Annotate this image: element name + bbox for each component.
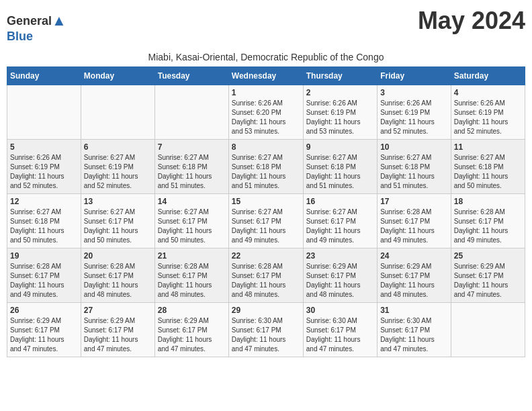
calendar-cell [81, 85, 154, 140]
header: General ▲ Blue May 2024 [7, 7, 525, 49]
day-number: 21 [158, 251, 226, 261]
day-number: 13 [84, 197, 152, 206]
day-info: Sunrise: 6:30 AM Sunset: 6:17 PM Dayligh… [232, 316, 300, 354]
day-number: 7 [158, 142, 226, 152]
weekday-header-friday: Friday [378, 67, 451, 85]
day-info: Sunrise: 6:27 AM Sunset: 6:18 PM Dayligh… [454, 153, 522, 191]
week-row-2: 12Sunrise: 6:27 AM Sunset: 6:18 PM Dayli… [7, 194, 525, 248]
calendar-cell: 31Sunrise: 6:30 AM Sunset: 6:17 PM Dayli… [378, 303, 451, 357]
day-number: 8 [232, 142, 300, 152]
calendar-cell: 26Sunrise: 6:29 AM Sunset: 6:17 PM Dayli… [7, 303, 81, 357]
calendar-cell [154, 85, 228, 140]
day-number: 30 [306, 306, 374, 315]
day-number: 19 [10, 251, 78, 261]
day-info: Sunrise: 6:27 AM Sunset: 6:18 PM Dayligh… [10, 208, 78, 245]
day-info: Sunrise: 6:29 AM Sunset: 6:17 PM Dayligh… [10, 316, 78, 354]
calendar-cell: 2Sunrise: 6:26 AM Sunset: 6:19 PM Daylig… [303, 85, 377, 140]
weekday-header-thursday: Thursday [303, 67, 377, 85]
day-info: Sunrise: 6:28 AM Sunset: 6:17 PM Dayligh… [10, 262, 78, 300]
day-info: Sunrise: 6:27 AM Sunset: 6:17 PM Dayligh… [232, 208, 300, 245]
calendar-cell: 28Sunrise: 6:29 AM Sunset: 6:17 PM Dayli… [154, 303, 228, 357]
day-number: 24 [380, 251, 448, 261]
day-number: 23 [306, 251, 374, 261]
calendar-cell: 19Sunrise: 6:28 AM Sunset: 6:17 PM Dayli… [7, 248, 81, 303]
week-row-0: 1Sunrise: 6:26 AM Sunset: 6:20 PM Daylig… [7, 85, 525, 140]
calendar-cell: 11Sunrise: 6:27 AM Sunset: 6:18 PM Dayli… [451, 140, 525, 194]
calendar-cell: 15Sunrise: 6:27 AM Sunset: 6:17 PM Dayli… [228, 194, 303, 248]
day-info: Sunrise: 6:30 AM Sunset: 6:17 PM Dayligh… [306, 316, 374, 354]
calendar-table: SundayMondayTuesdayWednesdayThursdayFrid… [7, 66, 525, 357]
calendar-cell: 6Sunrise: 6:27 AM Sunset: 6:19 PM Daylig… [81, 140, 154, 194]
logo: General ▲ Blue [7, 7, 66, 49]
calendar-cell: 9Sunrise: 6:27 AM Sunset: 6:18 PM Daylig… [303, 140, 377, 194]
calendar-cell: 30Sunrise: 6:30 AM Sunset: 6:17 PM Dayli… [303, 303, 377, 357]
calendar-body: 1Sunrise: 6:26 AM Sunset: 6:20 PM Daylig… [7, 85, 525, 357]
day-info: Sunrise: 6:29 AM Sunset: 6:17 PM Dayligh… [158, 316, 226, 354]
day-number: 4 [454, 88, 522, 97]
logo-bird-icon: ▲ [52, 12, 66, 30]
day-number: 12 [10, 197, 78, 206]
month-title: May 2024 [418, 7, 525, 35]
week-row-1: 5Sunrise: 6:26 AM Sunset: 6:19 PM Daylig… [7, 140, 525, 194]
day-number: 31 [380, 306, 448, 315]
calendar-cell: 14Sunrise: 6:27 AM Sunset: 6:17 PM Dayli… [154, 194, 228, 248]
calendar-cell: 21Sunrise: 6:28 AM Sunset: 6:17 PM Dayli… [154, 248, 228, 303]
calendar-cell: 16Sunrise: 6:27 AM Sunset: 6:17 PM Dayli… [303, 194, 377, 248]
calendar-cell: 17Sunrise: 6:28 AM Sunset: 6:17 PM Dayli… [378, 194, 451, 248]
day-number: 29 [232, 306, 300, 315]
weekday-header-row: SundayMondayTuesdayWednesdayThursdayFrid… [7, 67, 525, 85]
calendar-cell: 4Sunrise: 6:26 AM Sunset: 6:19 PM Daylig… [451, 85, 525, 140]
day-number: 2 [306, 88, 374, 97]
calendar-cell: 12Sunrise: 6:27 AM Sunset: 6:18 PM Dayli… [7, 194, 81, 248]
day-number: 25 [454, 251, 522, 261]
day-info: Sunrise: 6:26 AM Sunset: 6:19 PM Dayligh… [380, 99, 448, 136]
day-number: 15 [232, 197, 300, 206]
weekday-header-tuesday: Tuesday [154, 67, 228, 85]
day-number: 17 [380, 197, 448, 206]
day-info: Sunrise: 6:27 AM Sunset: 6:17 PM Dayligh… [84, 208, 152, 245]
day-info: Sunrise: 6:26 AM Sunset: 6:19 PM Dayligh… [454, 99, 522, 136]
calendar-cell [7, 85, 81, 140]
day-number: 16 [306, 197, 374, 206]
day-info: Sunrise: 6:28 AM Sunset: 6:17 PM Dayligh… [232, 262, 300, 300]
day-info: Sunrise: 6:26 AM Sunset: 6:19 PM Dayligh… [10, 153, 78, 191]
day-number: 5 [10, 142, 78, 152]
weekday-header-wednesday: Wednesday [228, 67, 303, 85]
day-number: 26 [10, 306, 78, 315]
week-row-3: 19Sunrise: 6:28 AM Sunset: 6:17 PM Dayli… [7, 248, 525, 303]
calendar-cell: 24Sunrise: 6:29 AM Sunset: 6:17 PM Dayli… [378, 248, 451, 303]
week-row-4: 26Sunrise: 6:29 AM Sunset: 6:17 PM Dayli… [7, 303, 525, 357]
day-info: Sunrise: 6:30 AM Sunset: 6:17 PM Dayligh… [380, 316, 448, 354]
day-info: Sunrise: 6:27 AM Sunset: 6:19 PM Dayligh… [84, 153, 152, 191]
day-info: Sunrise: 6:27 AM Sunset: 6:17 PM Dayligh… [158, 208, 226, 245]
calendar-cell: 13Sunrise: 6:27 AM Sunset: 6:17 PM Dayli… [81, 194, 154, 248]
day-info: Sunrise: 6:27 AM Sunset: 6:18 PM Dayligh… [306, 153, 374, 191]
calendar-cell: 25Sunrise: 6:29 AM Sunset: 6:17 PM Dayli… [451, 248, 525, 303]
day-info: Sunrise: 6:29 AM Sunset: 6:17 PM Dayligh… [306, 262, 374, 300]
logo-blue: Blue [7, 30, 33, 44]
day-info: Sunrise: 6:27 AM Sunset: 6:18 PM Dayligh… [158, 153, 226, 191]
calendar-cell: 10Sunrise: 6:27 AM Sunset: 6:18 PM Dayli… [378, 140, 451, 194]
calendar-cell: 29Sunrise: 6:30 AM Sunset: 6:17 PM Dayli… [228, 303, 303, 357]
day-info: Sunrise: 6:27 AM Sunset: 6:18 PM Dayligh… [380, 153, 448, 191]
day-number: 11 [454, 142, 522, 152]
calendar-cell: 7Sunrise: 6:27 AM Sunset: 6:18 PM Daylig… [154, 140, 228, 194]
day-number: 3 [380, 88, 448, 97]
day-number: 14 [158, 197, 226, 206]
day-number: 1 [232, 88, 300, 97]
logo-general: General [7, 14, 52, 28]
calendar-cell: 23Sunrise: 6:29 AM Sunset: 6:17 PM Dayli… [303, 248, 377, 303]
calendar-cell [451, 303, 525, 357]
day-info: Sunrise: 6:29 AM Sunset: 6:17 PM Dayligh… [380, 262, 448, 300]
calendar-cell: 27Sunrise: 6:29 AM Sunset: 6:17 PM Dayli… [81, 303, 154, 357]
day-info: Sunrise: 6:28 AM Sunset: 6:17 PM Dayligh… [454, 208, 522, 245]
day-number: 9 [306, 142, 374, 152]
day-info: Sunrise: 6:28 AM Sunset: 6:17 PM Dayligh… [158, 262, 226, 300]
day-number: 28 [158, 306, 226, 315]
day-info: Sunrise: 6:26 AM Sunset: 6:19 PM Dayligh… [306, 99, 374, 136]
day-number: 27 [84, 306, 152, 315]
weekday-header-saturday: Saturday [451, 67, 525, 85]
day-info: Sunrise: 6:28 AM Sunset: 6:17 PM Dayligh… [84, 262, 152, 300]
day-info: Sunrise: 6:29 AM Sunset: 6:17 PM Dayligh… [454, 262, 522, 300]
calendar-cell: 3Sunrise: 6:26 AM Sunset: 6:19 PM Daylig… [378, 85, 451, 140]
